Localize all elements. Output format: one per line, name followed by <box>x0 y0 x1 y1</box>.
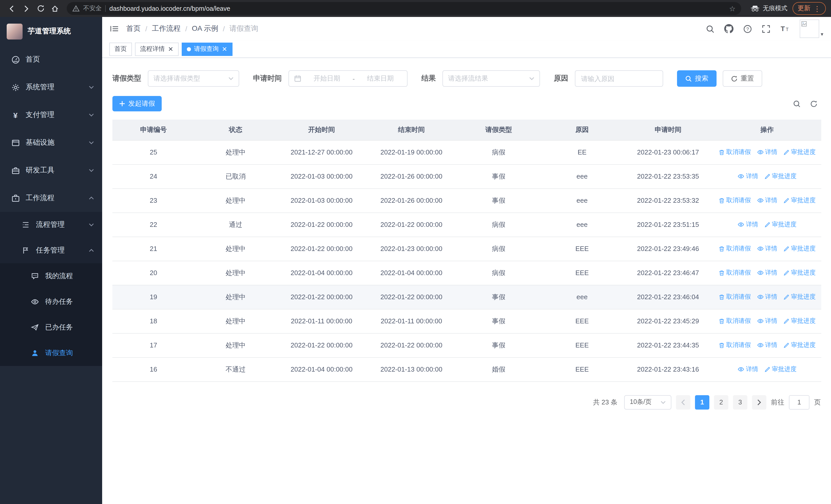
reason-input[interactable] <box>575 70 663 87</box>
sidebar-item-done-tasks[interactable]: 已办任务 <box>0 315 102 340</box>
user-avatar-menu[interactable]: ▾ <box>800 20 823 38</box>
bookmark-star-icon[interactable]: ☆ <box>729 4 736 12</box>
detail-link[interactable]: 详情 <box>738 220 758 229</box>
sidebar-item-payment[interactable]: ¥ 支付管理 <box>0 101 102 129</box>
close-icon[interactable] <box>222 46 227 52</box>
cancel-leave-link[interactable]: 取消请假 <box>719 148 751 156</box>
cancel-leave-link[interactable]: 取消请假 <box>719 244 751 253</box>
url-text[interactable]: dashboard.yudao.iocoder.cn/bpm/oa/leave <box>109 5 230 12</box>
breadcrumb-item[interactable]: 首页 <box>126 24 141 33</box>
goto-page-input[interactable] <box>789 395 809 409</box>
table-row[interactable]: 20 处理中 2022-01-04 00:00:00 2022-01-04 00… <box>112 261 821 285</box>
close-icon[interactable] <box>168 46 173 52</box>
sidebar-item-system[interactable]: 系统管理 <box>0 73 102 101</box>
tab-leave-query[interactable]: 请假查询 <box>182 42 232 56</box>
sidebar-item-home[interactable]: 首页 <box>0 46 102 73</box>
tab-process-detail[interactable]: 流程详情 <box>135 42 179 56</box>
detail-link[interactable]: 详情 <box>738 365 758 374</box>
end-date-placeholder[interactable]: 结束日期 <box>359 74 402 83</box>
table-row[interactable]: 18 处理中 2022-01-11 00:00:00 2022-01-11 00… <box>112 309 821 333</box>
table-row[interactable]: 21 处理中 2022-01-22 00:00:00 2022-01-23 00… <box>112 237 821 261</box>
breadcrumb-item[interactable]: 工作流程 <box>152 24 181 33</box>
fullscreen-icon[interactable] <box>762 24 770 33</box>
approval-progress-link[interactable]: 审批进度 <box>764 172 797 181</box>
refresh-table-icon[interactable] <box>810 100 818 108</box>
avatar[interactable] <box>800 20 819 38</box>
sidebar-item-task-management[interactable]: 任务管理 <box>0 238 102 263</box>
home-icon[interactable] <box>48 2 62 15</box>
cancel-leave-link[interactable]: 取消请假 <box>719 317 751 325</box>
page-button-1[interactable]: 1 <box>695 395 709 409</box>
sidebar-item-my-process[interactable]: 我的流程 <box>0 263 102 289</box>
result-select[interactable]: 请选择流结果 <box>442 70 540 87</box>
approval-progress-link[interactable]: 审批进度 <box>783 293 815 301</box>
detail-link[interactable]: 详情 <box>757 196 777 205</box>
detail-link[interactable]: 详情 <box>757 148 777 156</box>
tab-home[interactable]: 首页 <box>109 42 132 56</box>
search-icon[interactable] <box>706 24 715 33</box>
create-leave-button[interactable]: 发起请假 <box>112 96 162 111</box>
svg-text:T: T <box>786 27 789 32</box>
sidebar-item-devtools[interactable]: 研发工具 <box>0 156 102 184</box>
table-row[interactable]: 17 处理中 2022-01-22 00:00:00 2022-01-22 00… <box>112 333 821 357</box>
github-icon[interactable] <box>724 24 734 33</box>
sidebar-item-todo-tasks[interactable]: 待办任务 <box>0 289 102 315</box>
detail-link[interactable]: 详情 <box>738 172 758 180</box>
cancel-leave-link[interactable]: 取消请假 <box>719 196 751 205</box>
sidebar-item-process-management[interactable]: 流程管理 <box>0 212 102 238</box>
chevron-right-icon <box>757 399 761 405</box>
cell-apply-time: 2022-01-22 23:44:35 <box>623 333 713 357</box>
detail-link[interactable]: 详情 <box>757 292 777 301</box>
approval-progress-link[interactable]: 审批进度 <box>783 317 815 325</box>
detail-link[interactable]: 详情 <box>757 244 777 253</box>
search-button[interactable]: 搜索 <box>677 70 717 87</box>
table-row[interactable]: 22 通过 2022-01-22 00:00:00 2022-01-22 00:… <box>112 212 821 237</box>
approval-progress-link[interactable]: 审批进度 <box>764 365 797 374</box>
security-label[interactable]: 不安全 <box>83 4 102 13</box>
reset-button[interactable]: 重置 <box>723 70 762 87</box>
breadcrumb-item[interactable]: OA 示例 <box>192 24 219 33</box>
reload-icon[interactable] <box>34 2 47 15</box>
table-row[interactable]: 25 处理中 2021-12-27 00:00:00 2022-01-19 00… <box>112 140 821 164</box>
sidebar-item-leave-query[interactable]: 请假查询 <box>0 340 102 366</box>
cell-apply-id: 16 <box>112 357 195 381</box>
cancel-leave-link[interactable]: 取消请假 <box>719 268 751 277</box>
detail-link[interactable]: 详情 <box>757 268 777 277</box>
page-size-select[interactable]: 10条/页 <box>624 395 671 409</box>
toggle-search-icon[interactable] <box>793 100 801 108</box>
address-bar[interactable]: 不安全 dashboard.yudao.iocoder.cn/bpm/oa/le… <box>67 2 741 15</box>
date-range-picker[interactable]: 开始日期 - 结束日期 <box>288 70 407 87</box>
sidebar-item-workflow[interactable]: 工作流程 <box>0 184 102 212</box>
table-row[interactable]: 23 处理中 2022-01-03 00:00:00 2022-01-26 00… <box>112 188 821 212</box>
table-row[interactable]: 19 处理中 2022-01-22 00:00:00 2022-01-22 00… <box>112 285 821 309</box>
approval-progress-link[interactable]: 审批进度 <box>783 196 815 205</box>
page-button-3[interactable]: 3 <box>733 395 747 409</box>
toolbox-icon <box>11 166 20 175</box>
approval-progress-link[interactable]: 审批进度 <box>783 148 815 156</box>
cell-actions: 取消请假 详情 审批进度 <box>713 140 821 164</box>
approval-progress-link[interactable]: 审批进度 <box>783 268 815 277</box>
start-date-placeholder[interactable]: 开始日期 <box>306 74 348 83</box>
cancel-leave-link[interactable]: 取消请假 <box>719 341 751 350</box>
prev-page-button[interactable] <box>676 395 690 409</box>
forward-icon[interactable] <box>20 2 33 15</box>
browser-update-button[interactable]: 更新 ⋮ <box>793 2 826 15</box>
cancel-leave-link[interactable]: 取消请假 <box>719 293 751 301</box>
table-row[interactable]: 24 已取消 2022-01-03 00:00:00 2022-01-26 00… <box>112 164 821 188</box>
help-icon[interactable]: ? <box>743 24 752 33</box>
detail-link[interactable]: 详情 <box>757 317 777 325</box>
detail-link[interactable]: 详情 <box>757 340 777 349</box>
collapse-sidebar-icon[interactable] <box>108 23 121 35</box>
approval-progress-link[interactable]: 审批进度 <box>783 341 815 350</box>
back-icon[interactable] <box>5 2 19 15</box>
next-page-button[interactable] <box>752 395 766 409</box>
browser-menu-icon[interactable]: ⋮ <box>813 5 821 12</box>
table-row[interactable]: 16 不通过 2022-01-04 00:00:00 2022-01-13 00… <box>112 357 821 381</box>
sidebar-item-infrastructure[interactable]: 基础设施 <box>0 129 102 156</box>
leave-type-select[interactable]: 请选择请假类型 <box>148 70 239 87</box>
approval-progress-link[interactable]: 审批进度 <box>764 220 797 229</box>
font-size-icon[interactable]: TT <box>780 25 790 33</box>
chevron-down-icon <box>89 141 94 144</box>
page-button-2[interactable]: 2 <box>714 395 728 409</box>
approval-progress-link[interactable]: 审批进度 <box>783 244 815 253</box>
